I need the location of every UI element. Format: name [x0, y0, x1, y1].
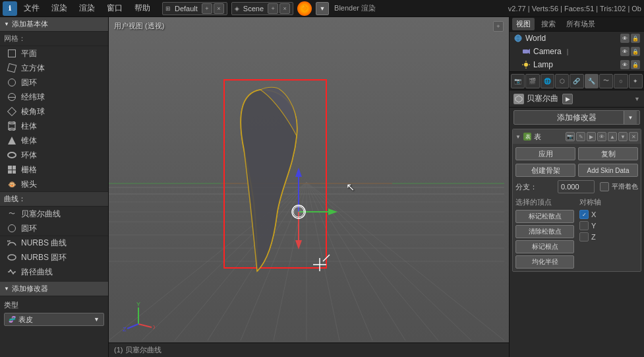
clear-loose-btn[interactable]: 清除松散点: [515, 225, 574, 238]
type-dropdown-container[interactable]: 🧬 表皮 ▼: [0, 311, 108, 327]
outline-item-lamp[interactable]: Lamp 👁 🔒: [510, 58, 644, 71]
camera-lock-btn[interactable]: 🔒: [631, 47, 640, 56]
default-tab-label[interactable]: Default: [172, 5, 200, 13]
properties-tabs: 📷 🎬 🌐 ⬡ 🔗 🔧 〜 ○ ✦: [510, 72, 644, 90]
nurbs-curve-label: NURBS 曲线: [21, 238, 67, 249]
sidebar-item-bezier[interactable]: 〜 贝塞尔曲线: [0, 207, 108, 221]
sidebar-item-grid[interactable]: 栅格: [0, 162, 108, 177]
prop-tab-object[interactable]: ⬡: [555, 74, 569, 88]
sidebar-item-cone[interactable]: 锥体: [0, 133, 108, 148]
mod-collapse-icon[interactable]: ▼: [515, 134, 521, 140]
y-axis-label: Y: [591, 222, 596, 230]
add-skin-data-btn[interactable]: Add Skin Data: [578, 164, 638, 177]
menu-window[interactable]: 窗口: [102, 1, 128, 15]
menu-file[interactable]: 文件: [18, 1, 45, 15]
right-panel-tabs: 视图 搜索 所有场景: [510, 17, 644, 32]
prop-tab-scene[interactable]: 🎬: [525, 74, 539, 88]
mod-view-btn[interactable]: 👁: [597, 132, 606, 141]
viewport-corner-btn[interactable]: +: [493, 21, 504, 32]
modifier-panel-header: ▼ 表 表 📷 ✎ ▶ 👁 ▲ ▼ ✕: [513, 129, 641, 144]
sidebar-item-uvsphere[interactable]: 经纬球: [0, 90, 108, 104]
mod-render-btn[interactable]: ▶: [587, 132, 596, 141]
smooth-checkbox[interactable]: [600, 182, 609, 191]
circle-icon: [7, 77, 17, 88]
default-tab-add[interactable]: +: [202, 3, 212, 14]
prop-tab-material[interactable]: ○: [614, 74, 628, 88]
modifier-panel-body: 应用 复制 创建骨架 Add Skin Data 分支： 0.000 平滑着色: [513, 144, 641, 271]
add-modifier-btn[interactable]: 添加修改器 ▼: [513, 110, 640, 125]
mod-delete-btn[interactable]: ✕: [629, 132, 638, 141]
world-lock-btn[interactable]: 🔒: [631, 34, 640, 43]
add-modifier-sidebar-header[interactable]: ▼ 添加修改器: [0, 282, 108, 296]
scene-tab-close[interactable]: ×: [279, 3, 290, 14]
type-dropdown[interactable]: 🧬 表皮 ▼: [4, 313, 104, 326]
prop-tab-render[interactable]: 📷: [511, 74, 525, 88]
icosphere-label: 棱角球: [21, 106, 45, 117]
svg-rect-5: [109, 17, 509, 357]
version-info: v2.77 | Verts:56 | Faces:51 | Tris:102 |…: [508, 5, 641, 13]
y-axis-checkbox[interactable]: [579, 221, 589, 230]
tab-view[interactable]: 视图: [512, 18, 535, 30]
curve-section-header[interactable]: 曲线：: [0, 191, 108, 207]
sidebar-item-nurbs-circle[interactable]: NURBS 圆环: [0, 250, 108, 265]
world-eye-btn[interactable]: 👁: [620, 34, 629, 43]
apply-btn[interactable]: 应用: [515, 147, 575, 160]
y-axis-row: Y: [579, 221, 638, 230]
copy-btn[interactable]: 复制: [578, 147, 638, 160]
default-tab-close[interactable]: ×: [214, 3, 224, 14]
z-axis-checkbox[interactable]: [579, 232, 589, 242]
mark-root-btn[interactable]: 标记根点: [515, 240, 574, 253]
camera-eye-btn[interactable]: 👁: [620, 47, 629, 56]
lamp-eye-btn[interactable]: 👁: [620, 60, 629, 69]
lamp-lock-btn[interactable]: 🔒: [631, 60, 640, 69]
sidebar-item-monkey[interactable]: 🐵 猴头: [0, 177, 108, 191]
prop-tab-particle[interactable]: ✦: [629, 74, 643, 88]
outline-item-camera[interactable]: Camera | 👁 🔒: [510, 45, 644, 58]
menu-render[interactable]: 渲染: [46, 1, 73, 15]
sidebar-item-curve-circle[interactable]: 圆环: [0, 221, 108, 236]
branch-value[interactable]: 0.000: [558, 180, 595, 193]
scene-tab-add[interactable]: +: [268, 3, 278, 14]
sidebar-item-path[interactable]: 路径曲线: [0, 265, 108, 279]
sidebar-item-nurbs-curve[interactable]: NURBS 曲线: [0, 236, 108, 250]
collapse-triangle: ▼: [4, 21, 9, 27]
prop-tab-world[interactable]: 🌐: [541, 74, 554, 88]
plane-label: 平面: [21, 48, 37, 59]
torus-icon: [7, 150, 17, 160]
viewport-status-text: (1) 贝塞尔曲线: [114, 345, 161, 355]
sidebar-item-torus[interactable]: 环体: [0, 148, 108, 162]
menu-render2[interactable]: 渲染: [74, 1, 100, 15]
scene-tab-label[interactable]: Scene: [241, 5, 266, 13]
render-engine-dropdown[interactable]: ▼: [316, 2, 329, 15]
mark-loose-btn[interactable]: 标记松散点: [515, 210, 574, 223]
prop-tab-constraint[interactable]: 🔗: [570, 74, 583, 88]
mod-camera-btn[interactable]: 📷: [566, 132, 575, 141]
tab-all-scenes[interactable]: 所有场景: [562, 18, 599, 30]
tab-search[interactable]: 搜索: [537, 18, 560, 30]
prop-tab-modifier[interactable]: 🔧: [585, 74, 599, 88]
sidebar-item-cube[interactable]: 立方体: [0, 61, 108, 75]
cube-icon: [7, 63, 17, 73]
sidebar-item-icosphere[interactable]: 棱角球: [0, 104, 108, 119]
prop-tab-data[interactable]: 〜: [599, 74, 613, 88]
add-basic-header[interactable]: ▼ 添加基本体: [0, 17, 108, 32]
grid-icon: [7, 164, 17, 175]
blender-menu-icon[interactable]: ℹ: [3, 1, 17, 16]
object-expand-btn[interactable]: ▶: [562, 94, 573, 104]
equalize-btn[interactable]: 均化半径: [515, 255, 574, 269]
sidebar-item-plane[interactable]: 平面: [0, 46, 108, 61]
sidebar-item-circle[interactable]: 圆环: [0, 75, 108, 90]
mod-down-btn[interactable]: ▼: [618, 132, 628, 141]
modifier-header-arrow: ▼: [634, 96, 640, 102]
mod-edit-btn[interactable]: ✎: [576, 132, 585, 141]
svg-text:Z: Z: [123, 326, 127, 333]
mod-up-btn[interactable]: ▲: [608, 132, 617, 141]
x-axis-checkbox[interactable]: ✓: [579, 210, 589, 219]
outline-item-world[interactable]: World 👁 🔒: [510, 32, 644, 45]
menu-help[interactable]: 帮助: [129, 1, 156, 15]
viewport[interactable]: 用户视图 (透视): [109, 17, 509, 357]
add-modifier-dropdown-arrow[interactable]: ▼: [624, 111, 637, 124]
sidebar-item-cylinder[interactable]: 柱体: [0, 119, 108, 133]
create-armature-btn[interactable]: 创建骨架: [515, 164, 575, 177]
grid-label: 栅格: [21, 164, 37, 176]
